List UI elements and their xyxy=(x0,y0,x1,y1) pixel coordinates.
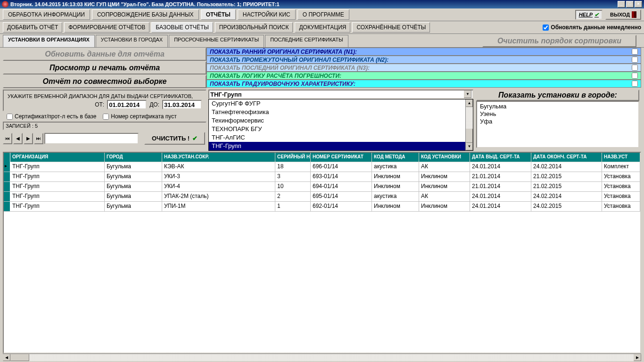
cell[interactable]: Установка xyxy=(602,192,640,201)
city-item[interactable]: Бугульма xyxy=(480,103,636,110)
cell[interactable]: 3 xyxy=(275,172,311,181)
refresh-checkbox[interactable] xyxy=(543,25,549,31)
cell[interactable]: 24.01.2014 xyxy=(470,192,531,201)
show-n1-checkbox[interactable] xyxy=(632,49,638,55)
dropdown-item[interactable]: ТНГ-АлГИС xyxy=(209,133,465,142)
preview-print-button[interactable]: Просмотр и печать отчёта xyxy=(3,61,206,74)
col-city[interactable]: ГОРОД xyxy=(105,153,162,162)
scroll-thumb[interactable] xyxy=(466,129,473,143)
col-method[interactable]: КОД МЕТОДА xyxy=(372,153,419,162)
col-cert[interactable]: НОМЕР СЕРТИФИКАТ xyxy=(311,153,372,162)
cell[interactable]: 695-01/14 xyxy=(311,192,372,201)
sub-base-reports[interactable]: БАЗОВЫЕ ОТЧЁТЫ xyxy=(151,22,213,33)
tab-last[interactable]: ПОСЛЕДНИЕ СЕРТИФИКАТЫ xyxy=(265,35,348,47)
cell[interactable]: 24.01.2014 xyxy=(470,202,531,211)
cell[interactable]: ТНГ-Групп xyxy=(10,202,105,211)
menu-about[interactable]: О ПРОГРАММЕ xyxy=(297,9,349,20)
table-row[interactable]: ТНГ-ГруппБугульмаКЭВ-АК18696-01/14акусти… xyxy=(4,162,640,172)
cell[interactable]: Инклином xyxy=(419,172,470,181)
show-grad-checkbox[interactable] xyxy=(632,81,638,87)
cell[interactable]: Инклином xyxy=(419,182,470,191)
cell[interactable]: Бугульма xyxy=(105,162,162,172)
menu-dbsupport[interactable]: СОПРОВОЖДЕНИЕ БАЗЫ ДАННЫХ xyxy=(92,9,199,20)
cell[interactable]: Установка xyxy=(602,202,640,211)
cell[interactable]: Установка xyxy=(602,182,640,191)
show-n2-checkbox[interactable] xyxy=(632,57,638,63)
cell[interactable]: 21.01.2014 xyxy=(470,172,531,181)
show-n3-checkbox[interactable] xyxy=(632,65,638,71)
table-row[interactable]: ТНГ-ГруппБугульмаУПАК-2М (сталь)2695-01/… xyxy=(4,192,640,202)
table-row[interactable]: ТНГ-ГруппБугульмаУКИ-410694-01/14Инклино… xyxy=(4,182,640,192)
dropdown-item-selected[interactable]: ТНГ-Групп xyxy=(209,142,465,150)
col-serial[interactable]: СЕРИЙНЫЙ Н xyxy=(275,153,311,162)
menu-processing[interactable]: ОБРАБОТКА ИНФОРМАЦИИ xyxy=(3,9,90,20)
menu-reports[interactable]: ОТЧЁТЫ xyxy=(201,9,236,20)
nav-search-input[interactable] xyxy=(44,133,139,144)
joint-report-button[interactable]: Отчёт по совместной выборке xyxy=(3,75,206,88)
cell[interactable]: 24.02.2014 xyxy=(531,192,602,201)
cell[interactable]: АК xyxy=(419,162,470,172)
nav-next[interactable]: ▶ xyxy=(24,133,33,144)
cell[interactable]: ТНГ-Групп xyxy=(10,182,105,191)
col-nazv[interactable]: НАЗВ.УСТ xyxy=(602,153,640,162)
city-item[interactable]: Уфа xyxy=(480,118,636,125)
cell[interactable]: 24.02.2014 xyxy=(531,162,602,172)
close-button[interactable]: × xyxy=(635,1,642,8)
cell[interactable]: 696-01/14 xyxy=(311,162,372,172)
help-button[interactable]: HELP✔ xyxy=(575,10,603,20)
cert-empty-check[interactable]: Номер сертификата пуст xyxy=(103,113,176,120)
cell[interactable]: 10 xyxy=(275,182,311,191)
cert-in-db-checkbox[interactable] xyxy=(7,114,13,120)
dropdown-item[interactable]: ТЕХНОПАРК БГУ xyxy=(209,125,465,133)
refresh-report-button[interactable]: Обновить данные для отчёта xyxy=(3,48,206,61)
table-row[interactable]: ТНГ-ГруппБугульмаУПИ-1М1692-01/14Инклино… xyxy=(4,202,640,212)
cell[interactable]: 21.02.2015 xyxy=(531,172,602,181)
cell[interactable]: акустика xyxy=(372,192,419,201)
cell[interactable]: 694-01/14 xyxy=(311,182,372,191)
cell[interactable]: акустика xyxy=(372,162,419,172)
cell[interactable]: 21.02.2015 xyxy=(531,182,602,191)
show-logic-checkbox[interactable] xyxy=(632,73,638,79)
cell[interactable]: 2 xyxy=(275,192,311,201)
cell[interactable]: Инклином xyxy=(372,202,419,211)
hscroll-thumb[interactable] xyxy=(10,354,29,361)
clear-button[interactable]: ОЧИСТИТЬ !✔ xyxy=(144,132,205,145)
cell[interactable]: Бугульма xyxy=(105,182,162,191)
cell[interactable]: 24.01.2014 xyxy=(470,162,531,172)
tab-expired[interactable]: ПРОСРОЧЕННЫЕ СЕРТИФИКАТЫ xyxy=(169,35,264,47)
refresh-immediately[interactable]: Обновлять данные немедленно xyxy=(543,24,641,31)
cell[interactable]: Бугульма xyxy=(105,192,162,201)
menu-settings[interactable]: НАСТРОЙКИ КИС xyxy=(238,9,296,20)
cell[interactable]: Бугульма xyxy=(105,202,162,211)
to-date-input[interactable] xyxy=(162,100,202,109)
cell[interactable]: УКИ-4 xyxy=(162,182,275,191)
cell[interactable]: Инклином xyxy=(372,172,419,181)
nav-last[interactable]: ⏭ xyxy=(34,133,43,144)
cell[interactable]: УКИ-3 xyxy=(162,172,275,181)
cell[interactable]: Бугульма xyxy=(105,172,162,181)
cell[interactable]: УПИ-1М xyxy=(162,202,275,211)
sub-search[interactable]: ПРОИЗВОЛЬНЫЙ ПОИСК xyxy=(215,22,293,33)
nav-first[interactable]: ⏮ xyxy=(3,133,12,144)
cell[interactable]: 24.02.2015 xyxy=(531,202,602,211)
dropdown-item[interactable]: Техинформсервис xyxy=(209,116,465,125)
cell[interactable]: ТНГ-Групп xyxy=(10,162,105,172)
col-date-issue[interactable]: ДАТА ВЫД. СЕРТ-ТА xyxy=(470,153,531,162)
cell[interactable]: Инклином xyxy=(419,202,470,211)
tab-city[interactable]: УСТАНОВКИ В ГОРОДАХ xyxy=(96,35,168,47)
cell[interactable]: 692-01/14 xyxy=(311,202,372,211)
clear-sort-button[interactable]: Очистить порядок сортировки xyxy=(482,35,636,47)
dropdown-item[interactable]: Татнефтегеофизика xyxy=(209,108,465,116)
sub-docs[interactable]: ДОКУМЕНТАЦИЯ xyxy=(295,22,350,33)
city-item[interactable]: Узень xyxy=(480,110,636,118)
nav-prev[interactable]: ◀ xyxy=(13,133,23,144)
cell[interactable]: 21.01.2014 xyxy=(470,182,531,191)
cell[interactable]: ТНГ-Групп xyxy=(10,172,105,181)
org-combo[interactable]: ТНГ-Групп ▼ xyxy=(208,90,473,99)
col-org[interactable]: ОРГАНИЗАЦИЯ xyxy=(10,153,105,162)
sub-form-reports[interactable]: ФОРМИРОВАНИЕ ОТЧЁТОВ xyxy=(64,22,149,33)
dropdown-arrow-icon[interactable]: ▼ xyxy=(464,90,471,98)
cell[interactable]: Установка xyxy=(602,172,640,181)
cell[interactable]: КЭВ-АК xyxy=(162,162,275,172)
exit-button[interactable]: ВЫХОД xyxy=(605,9,641,20)
